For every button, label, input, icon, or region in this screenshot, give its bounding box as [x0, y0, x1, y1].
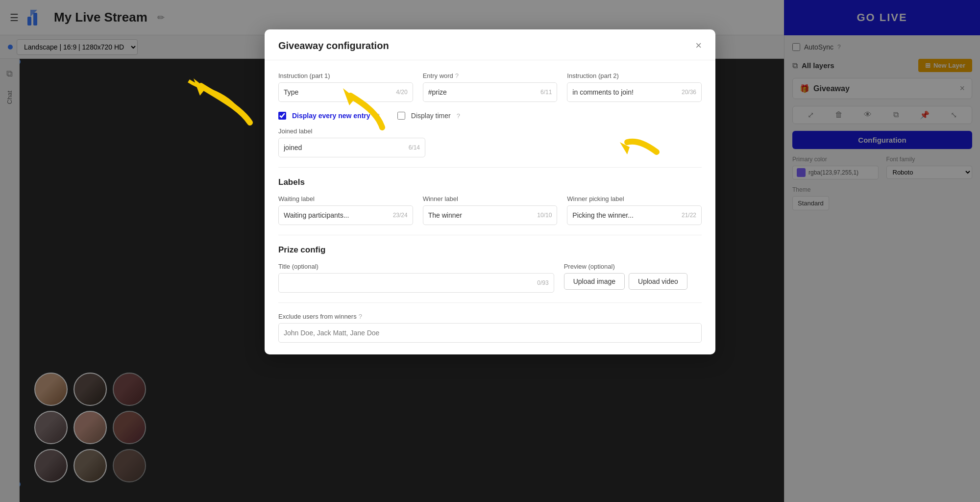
- upload-video-button[interactable]: Upload video: [629, 273, 687, 290]
- joined-label-input[interactable]: [284, 144, 406, 151]
- winner-picking-label-label: Winner picking label: [567, 195, 702, 202]
- instruction-part1-group: Instruction (part 1) 4/20: [278, 72, 413, 102]
- labels-heading: Labels: [278, 177, 702, 187]
- exclude-input-wrap: [278, 323, 702, 343]
- prize-config-heading: Prize config: [278, 245, 702, 255]
- instruction-part2-input-wrap: 20/36: [567, 82, 702, 102]
- winner-label-count: 10/10: [537, 212, 552, 219]
- prize-row: Title (optional) 0/93 Preview (optional)…: [278, 263, 702, 293]
- display-every-entry-checkbox[interactable]: [278, 112, 286, 120]
- upload-image-button[interactable]: Upload image: [564, 273, 625, 290]
- exclude-label: Exclude users from winners ?: [278, 313, 702, 320]
- title-input-wrap: 0/93: [278, 273, 554, 293]
- preview-label: Preview (optional): [564, 263, 702, 270]
- preview-group: Preview (optional) Upload image Upload v…: [564, 263, 702, 293]
- entry-word-input-wrap: 6/11: [423, 82, 558, 102]
- checkbox-row: Display every new entry ? Display timer …: [278, 112, 702, 120]
- title-count: 0/93: [537, 279, 548, 286]
- modal-title: Giveaway configuration: [278, 40, 389, 51]
- instruction-part1-label: Instruction (part 1): [278, 72, 413, 79]
- instruction-part1-input[interactable]: [284, 88, 393, 96]
- instruction-part2-input[interactable]: [572, 88, 679, 96]
- instruction-part1-input-wrap: 4/20: [278, 82, 413, 102]
- divider-3: [278, 302, 702, 303]
- winner-picking-input-wrap: 21/22: [567, 205, 702, 225]
- entry-word-input[interactable]: [428, 88, 538, 96]
- entry-word-help-icon[interactable]: ?: [455, 72, 459, 79]
- winner-label-input[interactable]: [428, 211, 535, 219]
- waiting-label-group: Waiting label 23/24: [278, 195, 413, 225]
- exclude-input[interactable]: [284, 329, 696, 337]
- title-label: Title (optional): [278, 263, 554, 270]
- divider-2: [278, 235, 702, 235]
- modal-overlay: Giveaway configuration × Instruction (pa…: [0, 0, 980, 502]
- display-timer-checkbox[interactable]: [397, 112, 405, 120]
- exclude-help-icon[interactable]: ?: [359, 313, 362, 320]
- modal-header: Giveaway configuration ×: [265, 29, 715, 60]
- exclude-group: Exclude users from winners ?: [278, 313, 702, 343]
- waiting-label-label: Waiting label: [278, 195, 413, 202]
- display-timer-label: Display timer: [411, 112, 451, 120]
- instruction-part2-count: 20/36: [682, 89, 696, 96]
- winner-label-input-wrap: 10/10: [423, 205, 558, 225]
- winner-picking-count: 21/22: [682, 212, 696, 219]
- joined-label-input-wrap: 6/14: [278, 138, 425, 157]
- entry-word-group: Entry word ? 6/11: [423, 72, 558, 102]
- modal-close-button[interactable]: ×: [695, 39, 702, 52]
- instruction-part1-count: 4/20: [396, 89, 407, 96]
- display-entry-help-icon[interactable]: ?: [376, 112, 380, 120]
- divider-1: [278, 167, 702, 168]
- instruction-part2-label: Instruction (part 2): [567, 72, 702, 79]
- display-timer-help-icon[interactable]: ?: [457, 112, 460, 120]
- entry-word-count: 6/11: [540, 89, 552, 96]
- entry-word-label: Entry word ?: [423, 72, 558, 79]
- title-group: Title (optional) 0/93: [278, 263, 554, 293]
- upload-buttons: Upload image Upload video: [564, 273, 702, 290]
- instruction-row: Instruction (part 1) 4/20 Entry word ? 6…: [278, 72, 702, 102]
- joined-label-label: Joined label: [278, 127, 425, 135]
- title-input[interactable]: [284, 279, 534, 287]
- waiting-label-input[interactable]: [284, 211, 390, 219]
- joined-label-group: Joined label 6/14: [278, 127, 425, 157]
- joined-label-count: 6/14: [409, 144, 420, 151]
- winner-picking-label-group: Winner picking label 21/22: [567, 195, 702, 225]
- waiting-label-input-wrap: 23/24: [278, 205, 413, 225]
- winner-picking-input[interactable]: [572, 211, 679, 219]
- winner-label-label: Winner label: [423, 195, 558, 202]
- waiting-label-count: 23/24: [393, 212, 408, 219]
- giveaway-config-modal: Giveaway configuration × Instruction (pa…: [265, 29, 715, 354]
- modal-body: Instruction (part 1) 4/20 Entry word ? 6…: [265, 60, 715, 354]
- labels-row: Waiting label 23/24 Winner label 10/10 W…: [278, 195, 702, 225]
- winner-label-group: Winner label 10/10: [423, 195, 558, 225]
- display-every-entry-label: Display every new entry: [292, 112, 370, 120]
- instruction-part2-group: Instruction (part 2) 20/36: [567, 72, 702, 102]
